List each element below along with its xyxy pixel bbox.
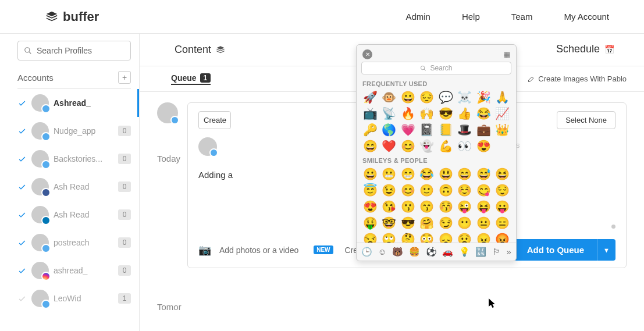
- emoji-item[interactable]: 🙏: [494, 90, 512, 105]
- emoji-item[interactable]: 🎩: [456, 122, 474, 137]
- emoji-item[interactable]: 🤑: [361, 215, 379, 230]
- emoji-item[interactable]: 😎: [399, 215, 417, 230]
- create-power-button[interactable]: Create: [198, 111, 231, 129]
- emoji-item[interactable]: 🔑: [361, 122, 379, 137]
- emoji-item[interactable]: 😡: [494, 232, 512, 243]
- emoji-item[interactable]: 😠: [475, 232, 493, 243]
- nav-admin[interactable]: Admin: [405, 12, 430, 22]
- emoji-item[interactable]: 💪: [437, 138, 455, 154]
- pager-dot[interactable]: [611, 225, 615, 229]
- emoji-item[interactable]: 😆: [494, 166, 512, 181]
- emoji-item[interactable]: 😔: [418, 90, 436, 105]
- sidebar-account-ash-read[interactable]: Ash Read0: [17, 201, 131, 229]
- emoji-category[interactable]: »: [507, 247, 511, 257]
- emoji-item[interactable]: 😁: [399, 166, 417, 181]
- emoji-item[interactable]: 😉: [380, 183, 399, 198]
- add-account-button[interactable]: +: [118, 71, 131, 84]
- emoji-item[interactable]: 📒: [437, 122, 455, 137]
- emoji-item[interactable]: 😘: [380, 199, 399, 214]
- emoji-item[interactable]: 👑: [494, 122, 512, 137]
- emoji-item[interactable]: 😐: [475, 215, 493, 230]
- emoji-item[interactable]: 😞: [437, 232, 455, 243]
- emoji-item[interactable]: ☠️: [456, 90, 474, 105]
- emoji-item[interactable]: 👀: [456, 138, 474, 154]
- emoji-item[interactable]: 😂: [418, 166, 436, 181]
- emoji-item[interactable]: 😀: [361, 166, 379, 181]
- pablo-link[interactable]: Create Images With Pablo: [528, 74, 627, 83]
- nav-help[interactable]: Help: [462, 12, 480, 22]
- sidebar-account-postreach[interactable]: postreach0: [17, 229, 131, 257]
- emoji-item[interactable]: 😒: [361, 232, 379, 243]
- emoji-item[interactable]: 🙌: [418, 106, 436, 121]
- emoji-item[interactable]: 😍: [361, 199, 379, 214]
- emoji-item[interactable]: 🎉: [475, 90, 493, 105]
- emoji-item[interactable]: 😃: [437, 166, 455, 181]
- emoji-item[interactable]: 😂: [475, 106, 493, 121]
- nav-team[interactable]: Team: [511, 12, 533, 22]
- emoji-grid-toggle[interactable]: ▦: [503, 50, 510, 59]
- emoji-item[interactable]: 😙: [418, 199, 436, 214]
- emoji-item[interactable]: 😍: [475, 138, 493, 154]
- tab-content[interactable]: Content: [171, 44, 229, 56]
- emoji-close-button[interactable]: ✕: [362, 49, 372, 59]
- emoji-item[interactable]: 🤔: [399, 232, 417, 243]
- emoji-item[interactable]: 😏: [437, 215, 455, 230]
- emoji-item[interactable]: 😟: [456, 232, 474, 243]
- select-none-button[interactable]: Select None: [557, 111, 615, 129]
- emoji-item[interactable]: 😎: [437, 106, 455, 121]
- emoji-item[interactable]: 💼: [475, 122, 493, 137]
- emoji-item[interactable]: 🔥: [399, 106, 417, 121]
- emoji-item[interactable]: 😜: [456, 199, 474, 214]
- emoji-item[interactable]: 😊: [399, 183, 417, 198]
- emoji-item[interactable]: 😗: [399, 199, 417, 214]
- emoji-item[interactable]: 💗: [399, 122, 417, 137]
- emoji-item[interactable]: 😋: [475, 183, 493, 198]
- emoji-item[interactable]: 📡: [380, 106, 399, 121]
- tab-schedule[interactable]: Schedule 📅: [553, 43, 618, 55]
- search-profiles-input[interactable]: Search Profiles: [17, 41, 131, 60]
- emoji-item[interactable]: 😛: [494, 199, 512, 214]
- emoji-category[interactable]: 🕒: [361, 247, 372, 257]
- emoji-item[interactable]: 🤗: [418, 215, 436, 230]
- emoji-search-input[interactable]: Search: [361, 62, 511, 74]
- emoji-category[interactable]: 🐻: [392, 247, 403, 257]
- emoji-item[interactable]: 📺: [361, 106, 379, 121]
- emoji-item[interactable]: 😀: [399, 90, 417, 105]
- emoji-item[interactable]: ☺️: [456, 183, 474, 198]
- emoji-item[interactable]: 😑: [494, 215, 512, 230]
- emoji-category[interactable]: 🔣: [475, 247, 486, 257]
- emoji-item[interactable]: 😄: [361, 138, 379, 154]
- sidebar-account-leowid[interactable]: LeoWid1: [17, 284, 131, 312]
- emoji-item[interactable]: 😄: [456, 166, 474, 181]
- emoji-item[interactable]: 🌎: [380, 122, 399, 137]
- emoji-item[interactable]: 🙂: [418, 183, 436, 198]
- emoji-item[interactable]: 😳: [418, 232, 436, 243]
- emoji-category[interactable]: ⚽: [426, 247, 437, 257]
- emoji-item[interactable]: ❤️: [380, 138, 399, 154]
- emoji-item[interactable]: 😌: [494, 183, 512, 198]
- emoji-item[interactable]: 🙃: [437, 183, 455, 198]
- emoji-item[interactable]: 😇: [361, 183, 379, 198]
- emoji-item[interactable]: 😶: [456, 215, 474, 230]
- emoji-item[interactable]: 😅: [475, 166, 493, 181]
- emoji-category[interactable]: 🍔: [409, 247, 420, 257]
- emoji-item[interactable]: 📈: [494, 106, 512, 121]
- emoji-item[interactable]: 👍: [456, 106, 474, 121]
- emoji-item[interactable]: 📓: [418, 122, 436, 137]
- add-to-queue-button[interactable]: Add to Queue: [514, 239, 597, 261]
- emoji-category[interactable]: 💡: [459, 247, 470, 257]
- emoji-item[interactable]: 🚀: [361, 90, 379, 105]
- brand-logo[interactable]: buffer: [45, 9, 99, 24]
- emoji-item[interactable]: 🙄: [380, 232, 399, 243]
- emoji-category[interactable]: ☺: [378, 247, 387, 257]
- sidebar-account-ashread-[interactable]: ashread_0: [17, 257, 131, 284]
- sidebar-account-backstories-[interactable]: Backstories...0: [17, 145, 131, 173]
- emoji-item[interactable]: 💬: [437, 90, 455, 105]
- emoji-category[interactable]: 🚗: [442, 247, 453, 257]
- emoji-item[interactable]: 🤓: [380, 215, 399, 230]
- emoji-item[interactable]: 😬: [380, 166, 399, 181]
- nav-myaccount[interactable]: My Account: [564, 12, 609, 22]
- emoji-item[interactable]: 😊: [399, 138, 417, 154]
- camera-icon[interactable]: 📷: [198, 244, 211, 257]
- subtab-queue[interactable]: Queue 1: [171, 73, 211, 85]
